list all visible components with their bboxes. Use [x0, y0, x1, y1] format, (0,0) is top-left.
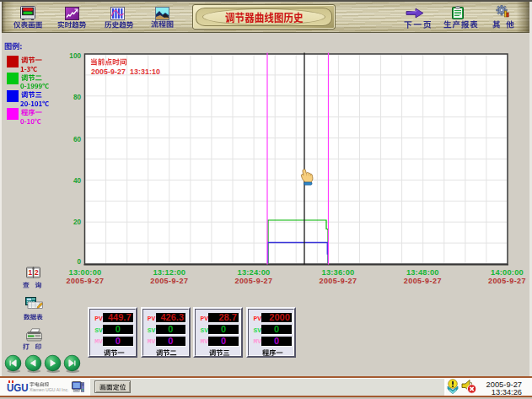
- svg-text:1: 1: [29, 268, 33, 277]
- svg-text:2: 2: [35, 268, 39, 277]
